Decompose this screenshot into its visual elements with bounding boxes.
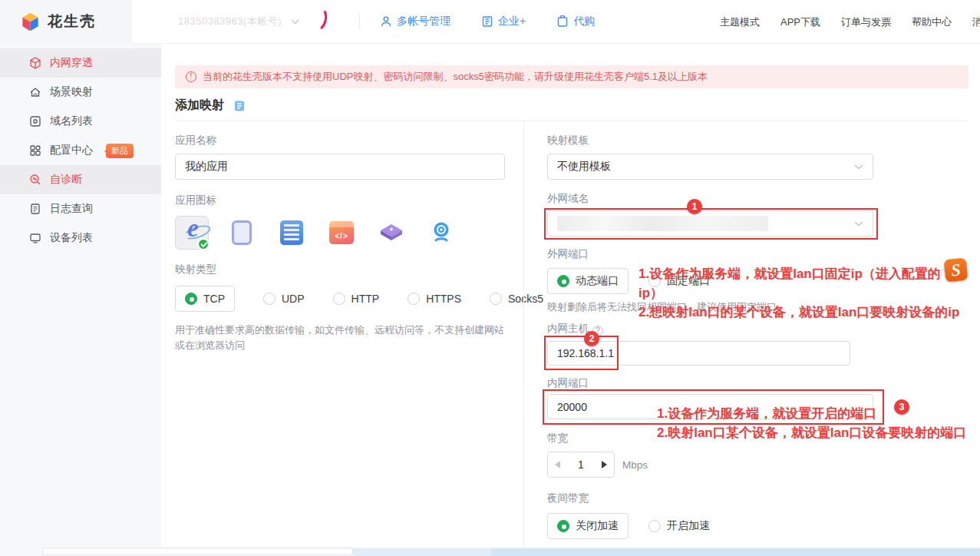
guide-doc-icon[interactable] [233, 100, 246, 112]
bandwidth-stepper: 1 [547, 452, 615, 478]
sidebar-item-label: 场景映射 [50, 85, 93, 99]
annotation-arc [305, 4, 330, 34]
bottom-strip [0, 547, 980, 556]
webcam-icon [430, 220, 453, 245]
radio-http[interactable]: HTTP [333, 293, 380, 305]
decrement-arrow-icon[interactable] [555, 461, 560, 468]
radio-dot-icon [408, 293, 420, 305]
tablet-icon [232, 220, 252, 245]
log-icon [29, 203, 41, 215]
sidebar-item-self-diagnosis[interactable]: 自诊断 [0, 165, 161, 194]
ie-browser-icon: e [187, 214, 199, 243]
radio-dynamic-port[interactable]: 动态端口 [547, 268, 629, 294]
grid-icon [29, 144, 41, 157]
diagnose-icon [29, 174, 41, 186]
logo-text: 花生壳 [48, 12, 96, 31]
new-badge: 新品 [106, 144, 134, 158]
annotation-note-host: 1.设备作为服务端，就设置lan口固定ip（进入配置的ip） 2.想映射lan口… [638, 264, 962, 322]
radio-dot-icon [557, 520, 569, 532]
menu-orders-invoices[interactable]: 订单与发票 [841, 15, 891, 29]
map-type-options: TCP UDP HTTP HTTPS Socks5 [175, 286, 505, 312]
app-logo[interactable]: 花生壳 [0, 0, 132, 44]
sidebar-item-intranet-penetration[interactable]: 内网穿透 [0, 48, 161, 78]
sidebar-item-label: 域名列表 [50, 114, 93, 128]
sidebar-item-label: 配置中心 [50, 144, 93, 157]
page-title: 添加映射 [175, 98, 224, 114]
enterprise-label: 企业+ [498, 15, 526, 28]
app-name-input[interactable] [175, 154, 505, 180]
wan-port-label: 外网端口 [547, 247, 968, 261]
map-type-note: 用于准确性要求高的数据传输，如文件传输、远程访问等，不支持创建网站或在浏览器访问 [175, 323, 505, 353]
switch-icon [378, 222, 404, 243]
bandwidth-unit: Mbps [622, 459, 648, 471]
sidebar-item-device-list[interactable]: 设备列表 [0, 223, 161, 253]
wan-domain-select[interactable] [547, 210, 873, 237]
sidebar-item-config-center[interactable]: 配置中心 新品 [0, 136, 161, 165]
bottom-strip-segment [491, 548, 980, 556]
multi-account-label: 多帐号管理 [397, 15, 450, 28]
top-header: 花生壳 18350383963(本帐号) 多帐号管理 企业+ 代购 主题模式 A… [0, 0, 980, 44]
annotation-step-2: 2 [584, 331, 599, 346]
purchase-icon [556, 15, 569, 28]
menu-app-download[interactable]: APP下载 [780, 15, 820, 29]
purchase-label: 代购 [573, 15, 595, 28]
sidebar-item-label: 设备列表 [50, 231, 93, 245]
app-icon-code[interactable]: </> [325, 216, 358, 250]
template-value: 不使用模板 [557, 160, 611, 174]
radio-https[interactable]: HTTPS [408, 293, 461, 305]
menu-help-center[interactable]: 帮助中心 [912, 15, 952, 29]
user-icon [380, 15, 392, 28]
radio-dot-icon [333, 293, 345, 305]
radio-tcp[interactable]: TCP [175, 286, 235, 312]
app-icon-ie-browser[interactable]: e [175, 216, 209, 250]
template-label: 映射模板 [547, 134, 968, 147]
app-icon-options: e </> [175, 215, 505, 250]
radio-dot-icon [557, 275, 569, 287]
multi-account-link[interactable]: 多帐号管理 [380, 15, 450, 28]
increment-arrow-icon[interactable] [602, 461, 607, 468]
radio-dot-icon [263, 293, 276, 305]
radio-acceleration-on[interactable]: 开启加速 [648, 519, 710, 533]
account-number: 18350383963(本帐号) [178, 15, 282, 28]
app-icon-webcam[interactable] [424, 216, 458, 250]
enterprise-icon [481, 15, 493, 28]
sidebar-item-log-query[interactable]: 日志查询 [0, 194, 161, 223]
horizontal-scrollbar-thumb[interactable] [42, 548, 353, 555]
menu-theme-mode[interactable]: 主题模式 [720, 15, 760, 29]
alert-icon: ! [186, 71, 196, 82]
code-editor-icon: </> [329, 221, 354, 244]
chevron-down-icon [854, 164, 863, 170]
account-selector[interactable]: 18350383963(本帐号) [178, 15, 355, 28]
purchase-link[interactable]: 代购 [556, 15, 595, 28]
header-divider [359, 13, 360, 30]
cube-icon [29, 57, 41, 69]
radio-dot-icon [648, 520, 661, 532]
device-icon [29, 232, 41, 244]
warning-banner: ! 当前的花生壳版本不支持使用UDP映射、密码访问限制、socks5密码功能，请… [175, 65, 968, 88]
app-icon-server[interactable] [275, 216, 309, 250]
menu-messages[interactable]: 消息 [972, 15, 980, 29]
radio-dot-icon [185, 293, 197, 305]
redacted-domain-value [557, 216, 768, 231]
app-icon-label: 应用图标 [175, 194, 505, 207]
sidebar: 内网穿透 场景映射 域名列表 配置中心 新品 自诊断 [0, 44, 161, 556]
chevron-down-icon [291, 19, 299, 25]
watermark-logo: S [944, 258, 968, 283]
enterprise-link[interactable]: 企业+ [481, 15, 526, 28]
radio-acceleration-off[interactable]: 关闭加速 [547, 513, 629, 539]
sidebar-item-domain-list[interactable]: 域名列表 [0, 107, 161, 136]
map-type-label: 映射类型 [175, 263, 505, 276]
annotation-step-1: 1 [687, 199, 702, 214]
night-bandwidth-options: 关闭加速 开启加速 [547, 513, 968, 539]
sidebar-item-label: 日志查询 [50, 202, 93, 216]
sidebar-item-scene-mapping[interactable]: 场景映射 [0, 78, 161, 107]
template-select[interactable]: 不使用模板 [547, 154, 873, 180]
chevron-down-icon [854, 221, 863, 227]
check-badge-icon [197, 238, 210, 250]
lan-port-label: 内网端口 [547, 376, 968, 390]
night-bandwidth-label: 夜间带宽 [547, 491, 968, 505]
logo-cube-icon [20, 12, 41, 32]
app-icon-tablet[interactable] [225, 216, 259, 250]
radio-udp[interactable]: UDP [263, 293, 305, 305]
app-icon-switch[interactable] [375, 216, 408, 250]
